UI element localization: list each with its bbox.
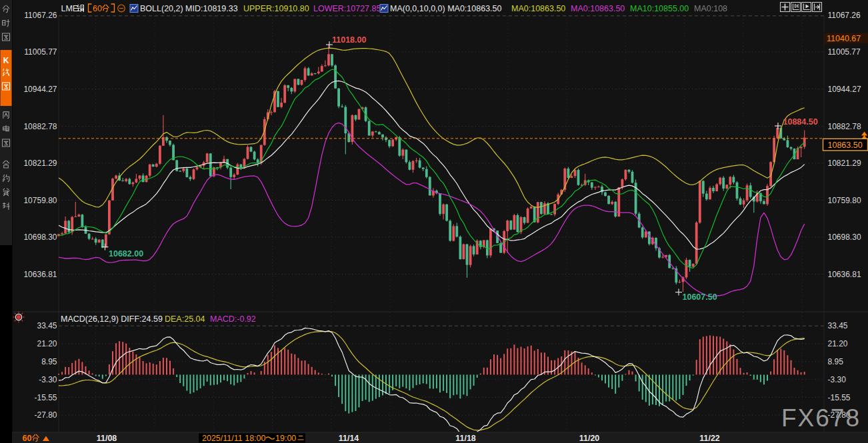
svg-text:11/08: 11/08 xyxy=(97,434,117,443)
svg-text:-15.55: -15.55 xyxy=(34,393,57,402)
svg-text:10882.78: 10882.78 xyxy=(23,122,57,131)
svg-text:10636.81: 10636.81 xyxy=(23,270,57,279)
svg-text:-27.80: -27.80 xyxy=(34,410,57,420)
svg-text:FX678: FX678 xyxy=(781,404,861,432)
svg-text:60: 60 xyxy=(93,4,102,13)
svg-text:DEA:25.04: DEA:25.04 xyxy=(165,314,205,324)
svg-text:10821.29: 10821.29 xyxy=(828,159,861,168)
svg-text:11/20: 11/20 xyxy=(579,434,600,443)
svg-text:33.45: 33.45 xyxy=(828,321,848,330)
svg-text:10759.80: 10759.80 xyxy=(23,196,57,205)
svg-text:10882.78: 10882.78 xyxy=(828,122,861,131)
svg-text:21.20: 21.20 xyxy=(37,339,57,348)
svg-text:11067.26: 11067.26 xyxy=(828,11,861,20)
svg-text:MA0:10863.50: MA0:10863.50 xyxy=(571,4,625,13)
svg-text:10884.50: 10884.50 xyxy=(783,117,818,127)
svg-text:11040.67: 11040.67 xyxy=(827,34,861,43)
svg-text:LOWER:10727.85: LOWER:10727.85 xyxy=(313,4,381,13)
svg-text:11/14: 11/14 xyxy=(339,434,359,443)
svg-text:10607.50: 10607.50 xyxy=(683,292,717,302)
svg-text:11018.00: 11018.00 xyxy=(332,35,366,45)
svg-text:LME: LME xyxy=(61,4,79,13)
svg-text:UPPER:10910.80: UPPER:10910.80 xyxy=(243,4,309,13)
svg-text:8.95: 8.95 xyxy=(828,357,844,366)
svg-text:11/22: 11/22 xyxy=(699,434,720,443)
svg-text:10682.00: 10682.00 xyxy=(109,249,143,258)
svg-text:MA0:10863.50: MA0:10863.50 xyxy=(511,4,565,13)
svg-text:10863.50: 10863.50 xyxy=(828,141,863,150)
svg-text:10636.81: 10636.81 xyxy=(828,270,861,279)
svg-text:8.95: 8.95 xyxy=(41,357,57,366)
svg-text:MA10:10855.00: MA10:10855.00 xyxy=(630,4,689,13)
svg-text:10759.80: 10759.80 xyxy=(828,196,861,205)
svg-text:19:00: 19:00 xyxy=(275,434,296,443)
svg-text:21.20: 21.20 xyxy=(828,339,848,348)
svg-text:10944.27: 10944.27 xyxy=(23,85,57,94)
svg-text:11005.77: 11005.77 xyxy=(24,47,57,57)
svg-text:11067.26: 11067.26 xyxy=(24,11,57,20)
svg-text:2025/11/11 18:00: 2025/11/11 18:00 xyxy=(202,434,266,443)
svg-text:10698.30: 10698.30 xyxy=(23,232,57,242)
svg-text:-3.30: -3.30 xyxy=(39,375,57,384)
svg-text:33.45: 33.45 xyxy=(37,321,57,330)
svg-text:10944.27: 10944.27 xyxy=(828,85,861,94)
svg-text:10821.29: 10821.29 xyxy=(23,159,57,168)
svg-text:10698.30: 10698.30 xyxy=(828,232,861,242)
svg-text:BOLL(20,2) MID:10819.33: BOLL(20,2) MID:10819.33 xyxy=(140,4,238,13)
svg-text:MACD:-0.92: MACD:-0.92 xyxy=(210,314,256,324)
svg-text:-3.30: -3.30 xyxy=(828,375,847,384)
svg-text:MA0:108: MA0:108 xyxy=(694,4,727,13)
svg-text:60: 60 xyxy=(23,434,32,443)
svg-text:11/18: 11/18 xyxy=(455,434,476,443)
svg-text:MACD(26,12,9) DIFF:24.59: MACD(26,12,9) DIFF:24.59 xyxy=(61,314,163,324)
svg-text:MA(0,0,10,0,0) MA0:10863.50: MA(0,0,10,0,0) MA0:10863.50 xyxy=(390,4,502,13)
svg-text:-15.55: -15.55 xyxy=(828,393,851,402)
svg-text:11005.77: 11005.77 xyxy=(828,47,861,57)
svg-text:K: K xyxy=(3,56,9,65)
